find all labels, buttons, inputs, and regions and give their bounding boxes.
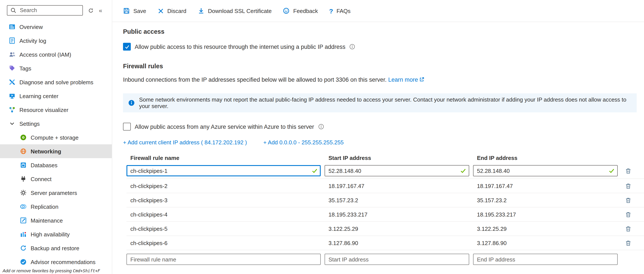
trash-icon <box>625 183 631 189</box>
save-button[interactable]: Save <box>123 7 146 14</box>
faqs-button[interactable]: ? FAQs <box>329 8 350 14</box>
start-ip-cell: 3.122.25.29 <box>324 225 469 232</box>
delete-rule-button[interactable] <box>622 222 634 235</box>
sidebar-item-overview[interactable]: Overview <box>0 20 112 34</box>
firewall-description-text: Inbound connections from the IP addresse… <box>123 77 386 83</box>
trash-icon <box>625 211 631 218</box>
public-access-checkbox[interactable] <box>123 43 131 51</box>
download-ssl-label: Download SSL Certificate <box>208 8 272 14</box>
delete-rule-button[interactable] <box>622 164 634 177</box>
rule-name-cell: ch-clickpipes-6 <box>126 240 321 246</box>
sidebar-item-label: High availability <box>31 231 70 237</box>
overview-icon <box>9 23 16 30</box>
server-parameters-icon <box>20 189 27 196</box>
sidebar-item-high-availability[interactable]: High availability <box>0 227 112 241</box>
sidebar-item-maintenance[interactable]: Maintenance <box>0 213 112 227</box>
sidebar-item-diagnose[interactable]: Diagnose and solve problems <box>0 75 112 89</box>
header-rule-name: Firewall rule name <box>126 154 321 161</box>
sidebar-item-label: Compute + storage <box>31 134 78 141</box>
sidebar-item-server-parameters[interactable]: Server parameters <box>0 186 112 200</box>
info-banner-icon <box>128 99 135 106</box>
sidebar-item-label: Diagnose and solve problems <box>20 79 94 85</box>
end-ip-cell: 18.195.233.217 <box>473 211 618 218</box>
start-ip-input[interactable] <box>324 165 469 176</box>
sidebar-group-label: Settings <box>20 120 40 127</box>
compute-storage-icon <box>20 134 27 141</box>
add-all-ips-link[interactable]: + Add 0.0.0.0 - 255.255.255.255 <box>263 139 344 146</box>
sidebar-item-label: Server parameters <box>31 189 77 196</box>
header-start-ip: Start IP address <box>324 154 469 161</box>
trash-icon <box>625 225 631 232</box>
sidebar-item-compute-storage[interactable]: Compute + storage <box>0 131 112 144</box>
download-icon <box>198 7 204 14</box>
learn-more-link[interactable]: Learn more <box>388 77 424 83</box>
delete-rule-button[interactable] <box>622 179 634 192</box>
activity-log-icon <box>9 37 16 44</box>
public-access-checkbox-row: Allow public access to this resource thr… <box>123 43 644 51</box>
start-ip-cell: 3.127.86.90 <box>324 240 469 246</box>
new-start-ip-wrap <box>324 254 469 265</box>
table-header-row: Firewall rule name Start IP address End … <box>126 153 644 163</box>
networking-icon <box>20 148 27 155</box>
azure-services-checkbox[interactable] <box>123 123 131 131</box>
search-input[interactable] <box>19 7 80 14</box>
sidebar-item-label: Overview <box>20 24 43 30</box>
table-row: ch-clickpipes-5 3.122.25.29 3.122.25.29 <box>126 222 644 236</box>
discard-icon <box>157 8 164 14</box>
faqs-label: FAQs <box>336 8 350 14</box>
new-end-ip-input[interactable] <box>473 254 618 265</box>
save-icon <box>123 7 130 14</box>
sidebar-item-access-control[interactable]: Access control (IAM) <box>0 48 112 61</box>
trash-icon <box>625 197 631 203</box>
end-ip-cell: 35.157.23.2 <box>473 197 618 203</box>
sidebar-item-activity-log[interactable]: Activity log <box>0 34 112 48</box>
download-ssl-button[interactable]: Download SSL Certificate <box>198 7 272 14</box>
trash-icon <box>625 167 631 174</box>
sidebar-item-connect[interactable]: Connect <box>0 172 112 186</box>
learn-more-label: Learn more <box>388 77 418 83</box>
advisor-recommendations-icon <box>20 258 27 265</box>
sidebar-item-backup-restore[interactable]: Backup and restore <box>0 241 112 255</box>
feedback-label: Feedback <box>293 8 318 14</box>
backup-restore-icon <box>20 245 27 251</box>
search-icon <box>10 7 17 14</box>
add-ip-links: + Add current client IP address ( 84.172… <box>123 139 644 146</box>
feedback-button[interactable]: Feedback <box>283 7 318 14</box>
refresh-icon[interactable] <box>88 8 94 13</box>
sidebar-item-tags[interactable]: Tags <box>0 61 112 75</box>
sidebar-item-replication[interactable]: Replication <box>0 200 112 213</box>
info-icon[interactable] <box>318 124 324 130</box>
sidebar-item-networking[interactable]: Networking <box>0 144 112 158</box>
access-control-icon <box>9 51 16 58</box>
sidebar-search-box[interactable] <box>7 5 83 16</box>
valid-check-icon <box>312 168 318 174</box>
new-rule-name-input[interactable] <box>126 254 321 265</box>
discard-label: Discard <box>167 8 186 14</box>
delete-rule-button[interactable] <box>622 194 634 207</box>
delete-rule-button[interactable] <box>622 236 634 249</box>
rule-name-input[interactable] <box>126 165 321 176</box>
sidebar-item-learning-center[interactable]: Learning center <box>0 89 112 103</box>
azure-services-checkbox-label: Allow public access from any Azure servi… <box>135 123 314 130</box>
firewall-description: Inbound connections from the IP addresse… <box>123 77 644 83</box>
new-start-ip-input[interactable] <box>324 254 469 265</box>
sidebar-item-advisor[interactable]: Advisor recommendations <box>0 255 112 269</box>
end-ip-input[interactable] <box>473 165 618 176</box>
table-row-editing <box>126 163 644 179</box>
sidebar-item-resource-visualizer[interactable]: Resource visualizer <box>0 103 112 117</box>
tags-icon <box>9 65 16 72</box>
discard-button[interactable]: Discard <box>157 8 186 14</box>
sidebar-item-databases[interactable]: Databases <box>0 158 112 172</box>
collapse-menu-icon[interactable]: « <box>99 7 102 14</box>
delete-rule-button[interactable] <box>622 208 634 221</box>
azure-networking-page: « Overview Activity log Access control (… <box>0 0 644 274</box>
high-availability-icon <box>20 231 27 238</box>
valid-check-icon <box>460 168 466 174</box>
table-row-new <box>126 253 644 266</box>
rule-name-cell: ch-clickpipes-2 <box>126 183 321 189</box>
add-client-ip-link[interactable]: + Add current client IP address ( 84.172… <box>123 139 247 146</box>
sidebar-group-settings[interactable]: Settings <box>0 117 112 131</box>
info-icon[interactable] <box>350 44 356 50</box>
sidebar-item-label: Access control (IAM) <box>20 51 71 58</box>
question-mark-icon: ? <box>329 8 333 14</box>
